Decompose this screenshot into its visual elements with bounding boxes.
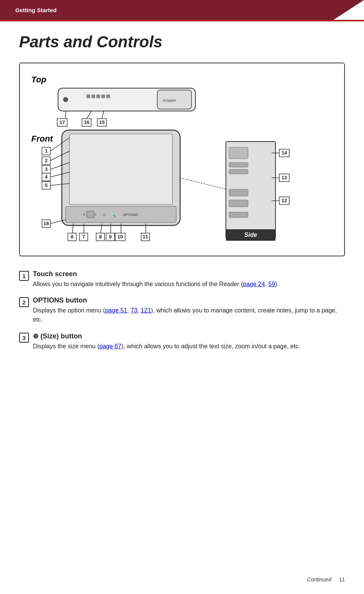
item-3-link-1[interactable]: page 67 bbox=[99, 343, 121, 349]
item-1-content: Touch screen Allows you to navigate intu… bbox=[33, 270, 345, 289]
svg-text:5: 5 bbox=[45, 182, 47, 188]
item-2-desc: Displays the option menu (page 51, 73, 1… bbox=[33, 306, 345, 324]
main-content: Parts and Controls Top POWER 17 bbox=[0, 21, 364, 374]
item-3-content: ⊕ (Size) button Displays the size menu (… bbox=[33, 332, 345, 351]
item-3-title: ⊕ (Size) button bbox=[33, 332, 345, 340]
item-1-badge: 1 bbox=[19, 271, 29, 281]
item-2-badge: 2 bbox=[19, 297, 29, 307]
item-3-icon: ⊕ bbox=[33, 332, 39, 340]
svg-point-4 bbox=[63, 97, 68, 102]
item-2-link-3[interactable]: 121 bbox=[141, 307, 151, 314]
page-title: Parts and Controls bbox=[19, 33, 345, 51]
item-1-link-1[interactable]: page 24 bbox=[243, 281, 265, 287]
svg-text:Side: Side bbox=[244, 232, 257, 238]
svg-text:17: 17 bbox=[60, 119, 65, 125]
svg-text:12: 12 bbox=[282, 198, 287, 203]
header-bar: Getting Started bbox=[0, 0, 364, 20]
item-3-badge: 3 bbox=[19, 333, 29, 343]
items-section: 1 Touch screen Allows you to navigate in… bbox=[19, 270, 345, 351]
item-1-desc-text: Allows you to navigate intuitively throu… bbox=[33, 281, 243, 287]
svg-text:9: 9 bbox=[109, 234, 111, 240]
svg-line-16 bbox=[102, 111, 104, 119]
svg-rect-6 bbox=[92, 95, 95, 98]
svg-rect-71 bbox=[229, 189, 248, 196]
header-title: Getting Started bbox=[15, 7, 56, 13]
item-3-entry: 3 ⊕ (Size) button Displays the size menu… bbox=[19, 332, 345, 351]
footer-page-number: 11 bbox=[339, 576, 345, 583]
item-2-desc-text: Displays the option menu ( bbox=[33, 307, 105, 314]
svg-text:3: 3 bbox=[45, 166, 47, 172]
svg-text:⌂: ⌂ bbox=[103, 211, 106, 217]
svg-rect-5 bbox=[87, 95, 90, 98]
svg-text:16: 16 bbox=[84, 119, 89, 125]
item-2-link-2[interactable]: 73 bbox=[130, 307, 137, 314]
svg-text:14: 14 bbox=[282, 150, 287, 156]
svg-rect-7 bbox=[97, 95, 100, 98]
svg-rect-73 bbox=[229, 212, 248, 217]
svg-text:8: 8 bbox=[99, 234, 101, 240]
svg-text:7: 7 bbox=[82, 234, 85, 240]
item-1-desc: Allows you to navigate intuitively throu… bbox=[33, 280, 345, 289]
diagram-area: Top POWER 17 16 bbox=[19, 63, 345, 256]
svg-text:1: 1 bbox=[45, 148, 47, 154]
svg-text:🔍: 🔍 bbox=[111, 212, 116, 217]
svg-text:4: 4 bbox=[45, 174, 48, 180]
svg-text:2: 2 bbox=[45, 158, 47, 163]
svg-line-13 bbox=[87, 111, 92, 119]
svg-text:Front: Front bbox=[31, 134, 53, 143]
item-3-desc: Displays the size menu (page 67), which … bbox=[33, 342, 345, 351]
svg-line-83 bbox=[180, 178, 226, 189]
svg-rect-8 bbox=[101, 95, 105, 98]
item-2-entry: 2 OPTIONS button Displays the option men… bbox=[19, 296, 345, 324]
svg-rect-72 bbox=[229, 200, 248, 207]
item-1-link-2[interactable]: 59 bbox=[268, 281, 275, 287]
svg-text:OPTIONS: OPTIONS bbox=[123, 213, 139, 217]
footer-continued: Continued bbox=[307, 576, 332, 583]
svg-rect-68 bbox=[229, 147, 248, 159]
item-2-link-1[interactable]: page 51 bbox=[105, 307, 127, 314]
svg-rect-69 bbox=[229, 163, 248, 167]
svg-rect-9 bbox=[106, 95, 110, 98]
svg-text:13: 13 bbox=[282, 175, 287, 180]
svg-rect-70 bbox=[229, 169, 248, 174]
svg-text:18: 18 bbox=[43, 221, 49, 226]
item-3-desc-text: Displays the size menu ( bbox=[33, 343, 99, 349]
svg-text:10: 10 bbox=[118, 234, 123, 240]
item-2-content: OPTIONS button Displays the option menu … bbox=[33, 296, 345, 324]
svg-text:>: > bbox=[94, 212, 97, 217]
footer: Continued 11 bbox=[307, 576, 345, 583]
svg-text:POWER: POWER bbox=[163, 99, 176, 103]
svg-text:Top: Top bbox=[31, 75, 47, 84]
item-1-entry: 1 Touch screen Allows you to navigate in… bbox=[19, 270, 345, 289]
item-2-title: OPTIONS button bbox=[33, 296, 345, 304]
svg-text:15: 15 bbox=[99, 119, 105, 125]
device-diagram-svg: Top POWER 17 16 bbox=[27, 71, 340, 246]
svg-rect-22 bbox=[66, 206, 176, 222]
svg-rect-24 bbox=[87, 211, 94, 218]
svg-text:<: < bbox=[83, 212, 85, 217]
svg-rect-21 bbox=[69, 134, 172, 204]
item-1-title: Touch screen bbox=[33, 270, 345, 278]
svg-text:6: 6 bbox=[71, 234, 73, 240]
svg-text:11: 11 bbox=[143, 234, 148, 240]
